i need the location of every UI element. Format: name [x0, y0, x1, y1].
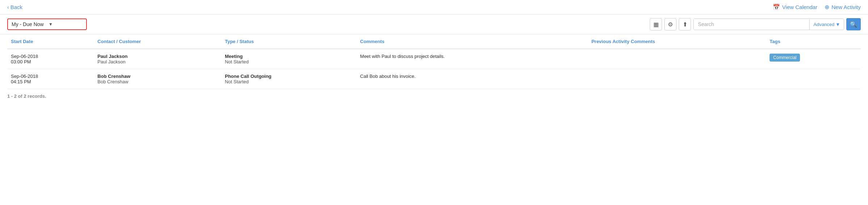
- prev-activity-comments-cell: [588, 69, 766, 89]
- table-container: Start Date Contact / Customer Type / Sta…: [0, 34, 868, 89]
- grid-view-button[interactable]: ▦: [650, 18, 662, 30]
- back-label: Back: [10, 4, 22, 10]
- view-calendar-label: View Calendar: [782, 4, 817, 10]
- activities-table: Start Date Contact / Customer Type / Sta…: [7, 34, 861, 89]
- type-status-cell: Phone Call Outgoing Not Started: [221, 69, 357, 89]
- calendar-icon: 📅: [773, 4, 780, 11]
- tags-cell: Commercial: [766, 49, 861, 69]
- activity-type: Meeting: [225, 54, 353, 59]
- new-activity-button[interactable]: ⊕ New Activity: [825, 4, 861, 11]
- advanced-search-button[interactable]: Advanced ▼: [809, 19, 844, 30]
- tag-badge: Commercial: [770, 54, 800, 62]
- activity-status: Not Started: [225, 59, 353, 64]
- col-contact-customer: Contact / Customer: [94, 34, 221, 49]
- search-input-wrapper: Advanced ▼: [693, 18, 844, 30]
- tags-cell: [766, 69, 861, 89]
- start-date: Sep-06-2018: [11, 54, 90, 59]
- table-row: Sep-06-2018 04:15 PM Bob Crenshaw Bob Cr…: [7, 69, 861, 89]
- col-type-status: Type / Status: [221, 34, 357, 49]
- export-button[interactable]: ⬆: [679, 18, 691, 30]
- advanced-arrow-icon: ▼: [835, 22, 840, 27]
- col-prev-activity-comments: Previous Activity Comments: [588, 34, 766, 49]
- start-time: 03:00 PM: [11, 59, 90, 64]
- upload-icon: ⬆: [683, 21, 687, 28]
- view-calendar-button[interactable]: 📅 View Calendar: [773, 4, 817, 11]
- records-info: 1 - 2 of 2 records.: [0, 89, 868, 103]
- search-input[interactable]: [694, 19, 809, 30]
- filter-select[interactable]: My - Due Now ▼: [7, 18, 87, 30]
- grid-icon: ▦: [653, 21, 659, 28]
- contact-sub: Paul Jackson: [97, 59, 218, 64]
- records-count: 1 - 2 of 2 records.: [7, 93, 46, 99]
- gear-icon: ⚙: [668, 21, 673, 28]
- top-right-actions: 📅 View Calendar ⊕ New Activity: [773, 4, 861, 11]
- col-tags: Tags: [766, 34, 861, 49]
- activity-type: Phone Call Outgoing: [225, 74, 353, 79]
- table-row: Sep-06-2018 03:00 PM Paul Jackson Paul J…: [7, 49, 861, 69]
- toolbar: My - Due Now ▼ ▦ ⚙ ⬆ Advanced ▼ 🔍: [0, 14, 868, 34]
- table-header: Start Date Contact / Customer Type / Sta…: [7, 34, 861, 49]
- back-chevron-icon: ‹: [7, 4, 9, 10]
- col-comments: Comments: [357, 34, 588, 49]
- start-date-cell: Sep-06-2018 03:00 PM: [7, 49, 94, 69]
- contact-customer-cell: Paul Jackson Paul Jackson: [94, 49, 221, 69]
- contact-sub: Bob Crenshaw: [97, 79, 218, 84]
- back-button[interactable]: ‹ Back: [7, 4, 22, 10]
- filter-value: My - Due Now: [12, 21, 46, 27]
- filter-arrow-icon: ▼: [49, 22, 83, 27]
- prev-activity-comments-cell: [588, 49, 766, 69]
- start-date-cell: Sep-06-2018 04:15 PM: [7, 69, 94, 89]
- comments-cell: Meet with Paul to discuss project detail…: [357, 49, 588, 69]
- table-body: Sep-06-2018 03:00 PM Paul Jackson Paul J…: [7, 49, 861, 89]
- settings-button[interactable]: ⚙: [664, 18, 677, 30]
- contact-customer-cell: Bob Crenshaw Bob Crenshaw: [94, 69, 221, 89]
- start-time: 04:15 PM: [11, 79, 90, 84]
- comments-cell: Call Bob about his invoice.: [357, 69, 588, 89]
- new-activity-plus-icon: ⊕: [825, 4, 829, 11]
- comments-text: Call Bob about his invoice.: [360, 74, 584, 79]
- activity-status: Not Started: [225, 79, 353, 84]
- search-submit-icon: 🔍: [850, 21, 857, 28]
- advanced-label: Advanced: [813, 22, 834, 27]
- contact-name: Bob Crenshaw: [97, 74, 218, 79]
- start-date: Sep-06-2018: [11, 74, 90, 79]
- comments-text: Meet with Paul to discuss project detail…: [360, 54, 584, 59]
- contact-name: Paul Jackson: [97, 54, 218, 59]
- search-submit-button[interactable]: 🔍: [846, 18, 861, 30]
- type-status-cell: Meeting Not Started: [221, 49, 357, 69]
- col-start-date: Start Date: [7, 34, 94, 49]
- search-area: ▦ ⚙ ⬆ Advanced ▼ 🔍: [650, 18, 861, 30]
- top-nav: ‹ Back 📅 View Calendar ⊕ New Activity: [0, 0, 868, 14]
- new-activity-label: New Activity: [831, 4, 861, 10]
